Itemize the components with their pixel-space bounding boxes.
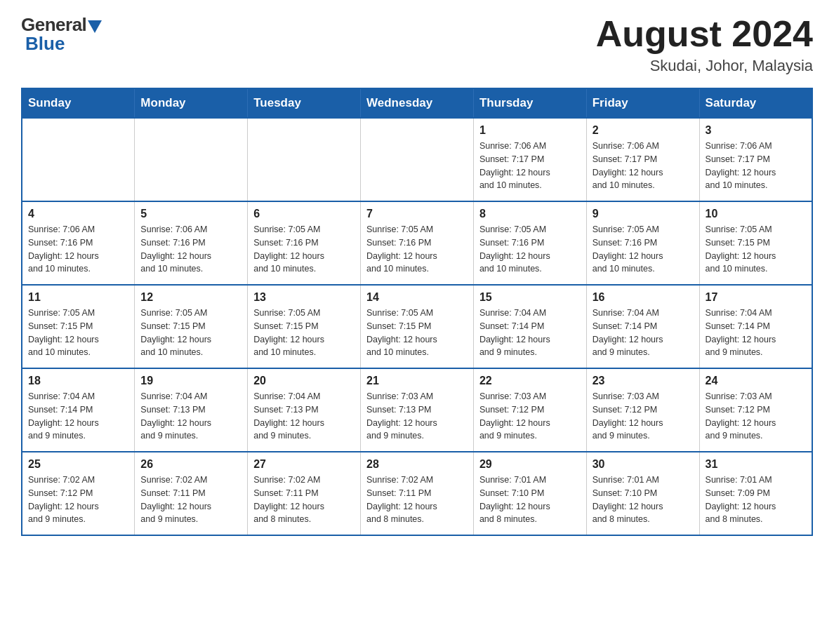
calendar-week-row: 18Sunrise: 7:04 AMSunset: 7:14 PMDayligh… <box>22 368 812 452</box>
title-area: August 2024 Skudai, Johor, Malaysia <box>596 14 813 75</box>
header: General Blue August 2024 Skudai, Johor, … <box>21 14 813 75</box>
calendar-cell: 5Sunrise: 7:06 AMSunset: 7:16 PMDaylight… <box>135 201 248 285</box>
calendar-cell: 11Sunrise: 7:05 AMSunset: 7:15 PMDayligh… <box>22 285 135 368</box>
calendar-week-row: 1Sunrise: 7:06 AMSunset: 7:17 PMDaylight… <box>22 118 812 201</box>
day-info: Sunrise: 7:04 AMSunset: 7:14 PMDaylight:… <box>28 390 128 443</box>
calendar-cell: 24Sunrise: 7:03 AMSunset: 7:12 PMDayligh… <box>699 368 812 452</box>
day-number: 23 <box>593 375 694 387</box>
day-number: 25 <box>28 458 128 471</box>
day-number: 15 <box>479 291 581 304</box>
day-number: 4 <box>28 208 128 220</box>
day-number: 3 <box>706 124 806 137</box>
calendar-cell: 15Sunrise: 7:04 AMSunset: 7:14 PMDayligh… <box>473 285 586 368</box>
day-info: Sunrise: 7:02 AMSunset: 7:12 PMDaylight:… <box>28 474 128 526</box>
day-info: Sunrise: 7:05 AMSunset: 7:15 PMDaylight:… <box>706 223 806 276</box>
day-info: Sunrise: 7:04 AMSunset: 7:14 PMDaylight:… <box>593 307 694 359</box>
day-number: 22 <box>479 375 581 387</box>
calendar-cell <box>248 118 361 201</box>
day-info: Sunrise: 7:04 AMSunset: 7:14 PMDaylight:… <box>479 307 581 359</box>
day-number: 26 <box>140 458 241 471</box>
day-number: 30 <box>593 458 694 471</box>
calendar-cell: 12Sunrise: 7:05 AMSunset: 7:15 PMDayligh… <box>135 285 248 368</box>
calendar-table: SundayMondayTuesdayWednesdayThursdayFrid… <box>21 88 813 536</box>
day-info: Sunrise: 7:02 AMSunset: 7:11 PMDaylight:… <box>140 474 241 526</box>
location-subtitle: Skudai, Johor, Malaysia <box>596 57 813 75</box>
calendar-cell: 1Sunrise: 7:06 AMSunset: 7:17 PMDaylight… <box>473 118 586 201</box>
calendar-header-row: SundayMondayTuesdayWednesdayThursdayFrid… <box>22 88 812 118</box>
day-info: Sunrise: 7:01 AMSunset: 7:09 PMDaylight:… <box>706 474 806 526</box>
logo-blue-text: Blue <box>25 33 65 55</box>
calendar-cell: 28Sunrise: 7:02 AMSunset: 7:11 PMDayligh… <box>361 452 474 535</box>
calendar-cell: 22Sunrise: 7:03 AMSunset: 7:12 PMDayligh… <box>473 368 586 452</box>
day-info: Sunrise: 7:05 AMSunset: 7:16 PMDaylight:… <box>253 223 355 276</box>
day-info: Sunrise: 7:06 AMSunset: 7:17 PMDaylight:… <box>706 140 806 192</box>
calendar-cell: 9Sunrise: 7:05 AMSunset: 7:16 PMDaylight… <box>586 201 699 285</box>
day-info: Sunrise: 7:05 AMSunset: 7:16 PMDaylight:… <box>479 223 581 276</box>
day-info: Sunrise: 7:06 AMSunset: 7:17 PMDaylight:… <box>593 140 694 192</box>
calendar-cell: 13Sunrise: 7:05 AMSunset: 7:15 PMDayligh… <box>248 285 361 368</box>
day-number: 9 <box>593 208 694 220</box>
day-info: Sunrise: 7:04 AMSunset: 7:13 PMDaylight:… <box>253 390 355 443</box>
day-info: Sunrise: 7:05 AMSunset: 7:15 PMDaylight:… <box>366 307 468 359</box>
day-number: 21 <box>366 375 468 387</box>
day-info: Sunrise: 7:04 AMSunset: 7:14 PMDaylight:… <box>706 307 806 359</box>
day-of-week-header: Thursday <box>473 88 586 118</box>
calendar-cell: 6Sunrise: 7:05 AMSunset: 7:16 PMDaylight… <box>248 201 361 285</box>
logo-triangle-icon <box>88 20 102 33</box>
day-info: Sunrise: 7:06 AMSunset: 7:16 PMDaylight:… <box>28 223 128 276</box>
day-info: Sunrise: 7:05 AMSunset: 7:15 PMDaylight:… <box>253 307 355 359</box>
calendar-cell: 8Sunrise: 7:05 AMSunset: 7:16 PMDaylight… <box>473 201 586 285</box>
calendar-cell: 20Sunrise: 7:04 AMSunset: 7:13 PMDayligh… <box>248 368 361 452</box>
day-info: Sunrise: 7:01 AMSunset: 7:10 PMDaylight:… <box>593 474 694 526</box>
day-info: Sunrise: 7:03 AMSunset: 7:12 PMDaylight:… <box>706 390 806 443</box>
day-number: 27 <box>253 458 355 471</box>
day-of-week-header: Saturday <box>699 88 812 118</box>
calendar-cell: 31Sunrise: 7:01 AMSunset: 7:09 PMDayligh… <box>699 452 812 535</box>
day-of-week-header: Sunday <box>22 88 135 118</box>
day-number: 31 <box>706 458 806 471</box>
day-info: Sunrise: 7:05 AMSunset: 7:16 PMDaylight:… <box>593 223 694 276</box>
day-info: Sunrise: 7:01 AMSunset: 7:10 PMDaylight:… <box>479 474 581 526</box>
calendar-week-row: 11Sunrise: 7:05 AMSunset: 7:15 PMDayligh… <box>22 285 812 368</box>
day-number: 8 <box>479 208 581 220</box>
day-info: Sunrise: 7:06 AMSunset: 7:17 PMDaylight:… <box>479 140 581 192</box>
logo: General Blue <box>21 14 102 55</box>
day-number: 1 <box>479 124 581 137</box>
calendar-cell: 30Sunrise: 7:01 AMSunset: 7:10 PMDayligh… <box>586 452 699 535</box>
day-of-week-header: Wednesday <box>361 88 474 118</box>
day-of-week-header: Tuesday <box>248 88 361 118</box>
day-number: 2 <box>593 124 694 137</box>
day-info: Sunrise: 7:03 AMSunset: 7:13 PMDaylight:… <box>366 390 468 443</box>
day-info: Sunrise: 7:03 AMSunset: 7:12 PMDaylight:… <box>593 390 694 443</box>
day-info: Sunrise: 7:05 AMSunset: 7:15 PMDaylight:… <box>28 307 128 359</box>
calendar-cell <box>135 118 248 201</box>
calendar-cell: 2Sunrise: 7:06 AMSunset: 7:17 PMDaylight… <box>586 118 699 201</box>
calendar-cell: 19Sunrise: 7:04 AMSunset: 7:13 PMDayligh… <box>135 368 248 452</box>
calendar-week-row: 25Sunrise: 7:02 AMSunset: 7:12 PMDayligh… <box>22 452 812 535</box>
calendar-cell: 26Sunrise: 7:02 AMSunset: 7:11 PMDayligh… <box>135 452 248 535</box>
day-number: 17 <box>706 291 806 304</box>
calendar-cell: 3Sunrise: 7:06 AMSunset: 7:17 PMDaylight… <box>699 118 812 201</box>
day-number: 12 <box>140 291 241 304</box>
calendar-cell: 14Sunrise: 7:05 AMSunset: 7:15 PMDayligh… <box>361 285 474 368</box>
calendar-cell: 23Sunrise: 7:03 AMSunset: 7:12 PMDayligh… <box>586 368 699 452</box>
day-number: 11 <box>28 291 128 304</box>
day-number: 18 <box>28 375 128 387</box>
day-number: 7 <box>366 208 468 220</box>
month-year-title: August 2024 <box>596 14 813 54</box>
day-number: 29 <box>479 458 581 471</box>
day-number: 5 <box>140 208 241 220</box>
day-of-week-header: Monday <box>135 88 248 118</box>
day-number: 16 <box>593 291 694 304</box>
calendar-cell: 10Sunrise: 7:05 AMSunset: 7:15 PMDayligh… <box>699 201 812 285</box>
day-number: 28 <box>366 458 468 471</box>
day-info: Sunrise: 7:06 AMSunset: 7:16 PMDaylight:… <box>140 223 241 276</box>
calendar-cell: 7Sunrise: 7:05 AMSunset: 7:16 PMDaylight… <box>361 201 474 285</box>
day-number: 6 <box>253 208 355 220</box>
day-number: 13 <box>253 291 355 304</box>
day-of-week-header: Friday <box>586 88 699 118</box>
calendar-cell: 18Sunrise: 7:04 AMSunset: 7:14 PMDayligh… <box>22 368 135 452</box>
calendar-cell: 25Sunrise: 7:02 AMSunset: 7:12 PMDayligh… <box>22 452 135 535</box>
calendar-cell: 16Sunrise: 7:04 AMSunset: 7:14 PMDayligh… <box>586 285 699 368</box>
calendar-cell: 27Sunrise: 7:02 AMSunset: 7:11 PMDayligh… <box>248 452 361 535</box>
